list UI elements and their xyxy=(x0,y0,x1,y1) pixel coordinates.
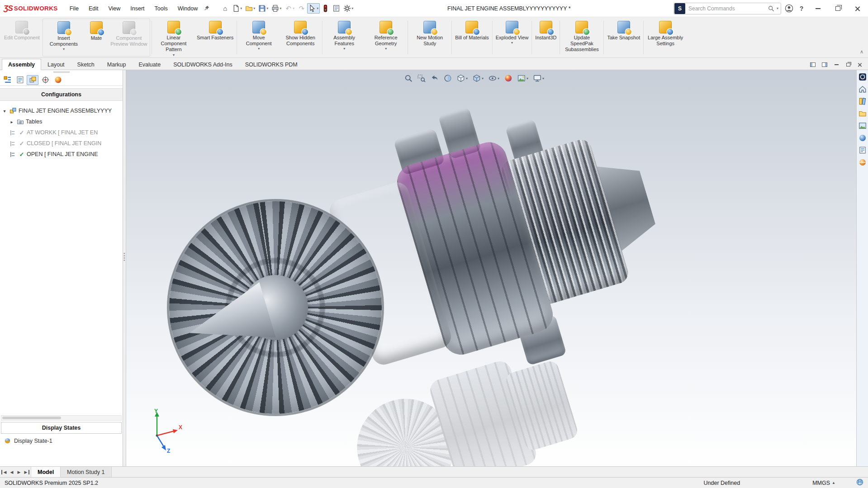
file-explorer-icon[interactable] xyxy=(858,109,867,118)
pane-layout-right-icon[interactable] xyxy=(821,62,828,68)
tab-model[interactable]: Model xyxy=(31,467,61,477)
apply-scene-button[interactable]: ▾ xyxy=(517,73,529,83)
previous-tab-button[interactable]: ◀ xyxy=(9,470,15,474)
document-restore-button[interactable] xyxy=(844,62,852,68)
next-tab-button[interactable]: ▶ xyxy=(16,470,22,474)
ribbon-button-take-snapshot[interactable]: Take Snapshot xyxy=(605,19,642,57)
panel-grip-handle[interactable] xyxy=(0,70,123,74)
display-style-button[interactable]: ▾ xyxy=(472,73,484,83)
tree-item-config-closed[interactable]: ✓ CLOSED [ FINAL JET ENGIN xyxy=(2,138,122,149)
jet-engine-model[interactable] xyxy=(126,70,737,466)
section-view-button[interactable] xyxy=(443,73,453,83)
chevron-down-icon[interactable]: ▾ xyxy=(385,47,387,51)
ribbon-button-update-speedpak[interactable]: Update SpeedPak Subassemblies xyxy=(561,19,602,57)
chevron-down-icon[interactable]: ▾ xyxy=(258,47,260,51)
tab-sketch[interactable]: Sketch xyxy=(71,59,101,70)
ribbon-button-edit-component[interactable]: Edit Component xyxy=(2,19,42,57)
units-selector[interactable]: MMGS ▲ xyxy=(812,480,835,486)
window-close-button[interactable] xyxy=(849,2,866,15)
custom-properties-icon[interactable] xyxy=(858,146,867,155)
save-button[interactable]: ▾ xyxy=(257,3,270,14)
file-properties-button[interactable] xyxy=(331,3,342,14)
chevron-down-icon[interactable]: ▾ xyxy=(266,6,268,10)
menu-window[interactable]: Window xyxy=(173,3,202,14)
ribbon-button-linear-component-pattern[interactable]: Linear Component Pattern ▾ xyxy=(153,19,194,57)
menu-file[interactable]: File xyxy=(65,3,83,14)
document-minimize-button[interactable] xyxy=(833,62,840,68)
previous-view-button[interactable] xyxy=(430,73,440,83)
new-document-button[interactable]: ▾ xyxy=(231,3,243,14)
configuration-manager-tab[interactable] xyxy=(27,75,38,85)
pane-layout-left-icon[interactable] xyxy=(809,62,816,68)
tree-item-config-at-workk[interactable]: ✓ AT WORKK [ FINAL JET EN xyxy=(2,127,122,138)
ribbon-button-exploded-view[interactable]: Exploded View ▾ xyxy=(493,19,531,57)
print-button[interactable]: ▾ xyxy=(270,3,283,14)
property-manager-tab[interactable] xyxy=(14,75,26,85)
chevron-down-icon[interactable]: ▾ xyxy=(63,47,65,51)
tree-item-tables[interactable]: ▸ Tables xyxy=(2,116,122,127)
ribbon-button-mate[interactable]: Mate xyxy=(85,19,108,56)
options-button[interactable]: ▾ xyxy=(342,3,355,14)
menu-view[interactable]: View xyxy=(104,3,125,14)
chevron-down-icon[interactable]: ▾ xyxy=(498,76,499,81)
ribbon-button-bill-of-materials[interactable]: Bill of Materials xyxy=(453,19,491,57)
document-close-button[interactable] xyxy=(856,62,863,68)
ribbon-button-component-preview-window[interactable]: Component Preview Window xyxy=(108,19,150,56)
zoom-to-fit-button[interactable] xyxy=(403,73,413,83)
rebuild-button[interactable] xyxy=(320,3,331,14)
chevron-down-icon[interactable]: ▾ xyxy=(293,6,294,10)
ribbon-button-new-motion-study[interactable]: New Motion Study xyxy=(409,19,451,57)
menu-insert[interactable]: Insert xyxy=(126,3,149,14)
viewport-3d[interactable]: ▾ ▾ ▾ ▾ ▾ xyxy=(126,70,856,466)
display-state-item[interactable]: Display State-1 xyxy=(0,435,123,451)
last-tab-button[interactable]: ▶ xyxy=(23,470,29,474)
window-restore-button[interactable] xyxy=(829,2,846,15)
tab-layout[interactable]: Layout xyxy=(41,59,71,70)
first-tab-button[interactable]: ◀ xyxy=(1,470,8,474)
chevron-down-icon[interactable]: ▾ xyxy=(482,76,484,81)
tab-solidworks-pdm[interactable]: SOLIDWORKS PDM xyxy=(239,59,304,70)
menu-pin-icon[interactable] xyxy=(204,5,210,12)
home-icon[interactable] xyxy=(858,85,867,94)
chevron-collapsed-icon[interactable]: ▸ xyxy=(9,119,14,124)
tab-evaluate[interactable]: Evaluate xyxy=(133,59,167,70)
user-profile-icon[interactable] xyxy=(784,4,794,14)
ribbon-button-insert-components[interactable]: Insert Components ▾ xyxy=(43,19,85,56)
dimxpert-manager-tab[interactable] xyxy=(39,75,51,85)
feature-manager-tab[interactable] xyxy=(1,75,13,85)
ribbon-button-assembly-features[interactable]: Assembly Features ▾ xyxy=(323,19,365,57)
hide-show-items-button[interactable]: ▾ xyxy=(488,73,500,83)
ribbon-button-instant3d[interactable]: Instant3D xyxy=(533,19,559,57)
panel-horizontal-scrollbar[interactable] xyxy=(1,415,122,421)
ribbon-button-show-hidden-components[interactable]: Show Hidden Components xyxy=(280,19,321,57)
tab-assembly[interactable]: Assembly xyxy=(2,59,41,70)
chevron-down-icon[interactable]: ▾ xyxy=(466,76,468,81)
view-orientation-button[interactable]: ▾ xyxy=(456,73,469,83)
chevron-expanded-icon[interactable]: ▾ xyxy=(2,109,7,114)
ribbon-button-reference-geometry[interactable]: Reference Geometry ▾ xyxy=(365,19,407,57)
ribbon-collapse-chevron-icon[interactable]: ∧ xyxy=(860,49,863,55)
home-button[interactable]: ⌂ xyxy=(220,3,230,14)
select-tool-button[interactable]: ▾ xyxy=(307,3,320,14)
chevron-down-icon[interactable]: ▾ xyxy=(253,6,255,10)
chevron-down-icon[interactable]: ▾ xyxy=(317,6,318,10)
design-library-icon[interactable] xyxy=(858,97,867,106)
tab-markup[interactable]: Markup xyxy=(101,59,133,70)
chevron-down-icon[interactable]: ▾ xyxy=(173,53,175,57)
tag-globe-icon[interactable] xyxy=(856,479,863,487)
panel-splitter[interactable]: •••• xyxy=(123,70,126,466)
appearances-icon[interactable] xyxy=(858,133,867,142)
tab-solidworks-add-ins[interactable]: SOLIDWORKS Add-Ins xyxy=(167,59,239,70)
scrollbar-thumb[interactable] xyxy=(2,417,61,419)
menu-tools[interactable]: Tools xyxy=(150,3,172,14)
chevron-down-icon[interactable]: ▾ xyxy=(351,6,353,10)
menu-edit[interactable]: Edit xyxy=(84,3,103,14)
threedexperience-icon[interactable] xyxy=(858,72,867,81)
ribbon-button-smart-fasteners[interactable]: Smart Fasteners xyxy=(194,19,236,57)
help-icon[interactable]: ? xyxy=(797,4,806,14)
chevron-down-icon[interactable]: ▾ xyxy=(542,76,544,81)
search-icon[interactable] xyxy=(766,5,776,12)
chevron-down-icon[interactable]: ▾ xyxy=(240,6,242,10)
chevron-down-icon[interactable]: ▾ xyxy=(526,76,528,81)
ribbon-button-move-component[interactable]: Move Component ▾ xyxy=(238,19,280,57)
